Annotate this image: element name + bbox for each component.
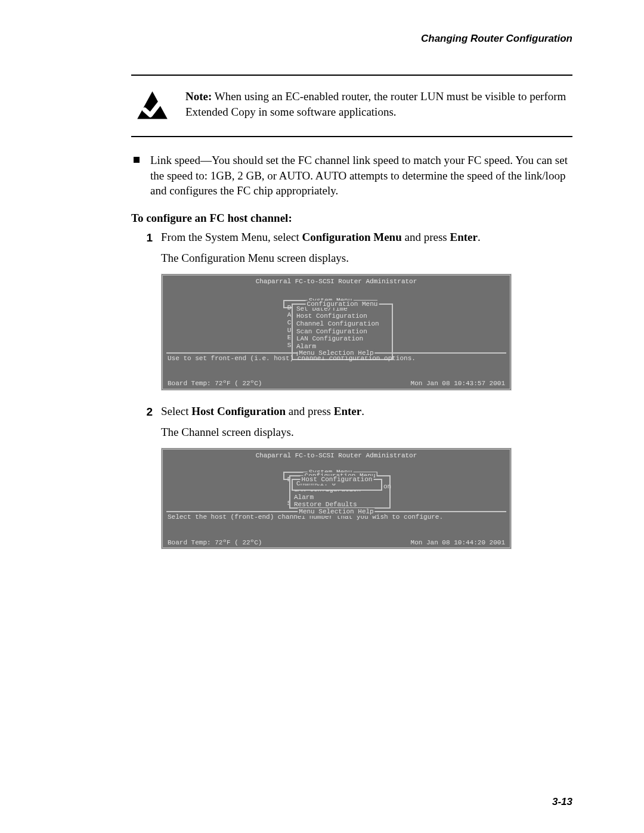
sub-heading: To configure an FC host channel:: [131, 212, 572, 225]
term2-host-config-window: Host Configuration Channel: 0: [292, 479, 382, 491]
term2-stage: System Menu D S Configuration Menu LAN C…: [166, 461, 506, 510]
running-header: Changing Router Configuration: [72, 33, 572, 45]
page-number: 3-13: [552, 796, 572, 808]
term2-help: Menu Selection Help Select the host (fro…: [166, 511, 506, 538]
terminal-screenshot-2: Chaparral FC-to-SCSI Router Administrato…: [161, 448, 512, 549]
note-checkmark-icon: [136, 90, 169, 123]
step-2-lead: Select: [161, 405, 191, 417]
term2-on-fragment: on: [383, 483, 391, 491]
term2-host-config-label: Host Configuration: [301, 476, 374, 484]
note-label: Note:: [185, 90, 212, 103]
step-2-mid: and press: [286, 405, 334, 417]
term1-status-left: Board Temp: 72ºF ( 22ºC): [168, 380, 262, 388]
term1-help-label: Menu Selection Help: [298, 349, 374, 357]
bullet-text: Link speed—You should set the FC channel…: [150, 153, 572, 199]
note-text: Note: When using an EC-enabled router, t…: [185, 89, 572, 119]
term2-status-left: Board Temp: 72ºF ( 22ºC): [168, 539, 262, 547]
body-area: Note: When using an EC-enabled router, t…: [131, 75, 572, 549]
term1-help: Menu Selection Help Use to set front-end…: [166, 352, 506, 379]
page: Changing Router Configuration Note: When…: [0, 0, 644, 833]
term1-config-menu-label: Configuration Menu: [306, 301, 379, 308]
step-2-number: 2: [138, 404, 153, 420]
step-2-bold2: Enter: [334, 405, 361, 417]
term1-title: Chaparral FC-to-SCSI Router Administrato…: [166, 278, 506, 286]
step-2-tail: .: [361, 405, 364, 417]
term1-status-right: Mon Jan 08 10:43:57 2001: [411, 380, 505, 388]
step-1-bold1: Configuration Menu: [302, 231, 401, 243]
term2-title: Chaparral FC-to-SCSI Router Administrato…: [166, 452, 506, 460]
note-block: Note: When using an EC-enabled router, t…: [131, 76, 572, 136]
step-1-bold2: Enter: [450, 231, 477, 243]
bullet-square-icon: [134, 157, 140, 163]
bullet-link-speed: Link speed—You should set the FC channel…: [131, 153, 572, 199]
step-1-lead: From the System Menu, select: [161, 231, 302, 243]
step-1: 1 From the System Menu, select Configura…: [138, 230, 572, 246]
step-1-follow: The Configuration Menu screen displays.: [161, 250, 572, 266]
term2-help-label: Menu Selection Help: [298, 508, 374, 516]
term2-status: Board Temp: 72ºF ( 22ºC) Mon Jan 08 10:4…: [166, 538, 506, 547]
step-2: 2 Select Host Configuration and press En…: [138, 404, 572, 420]
step-1-mid: and press: [402, 231, 450, 243]
step-2-follow: The Channel screen displays.: [161, 425, 572, 440]
term1-status: Board Temp: 72ºF ( 22ºC) Mon Jan 08 10:4…: [166, 379, 506, 388]
step-2-body: Select Host Configuration and press Ente…: [161, 404, 572, 419]
step-1-body: From the System Menu, select Configurati…: [161, 230, 572, 245]
step-1-number: 1: [138, 230, 153, 246]
rule-bottom: [131, 136, 572, 137]
note-body: When using an EC-enabled router, the rou…: [185, 90, 566, 118]
step-1-tail: .: [478, 231, 481, 243]
terminal-screenshot-1: Chaparral FC-to-SCSI Router Administrato…: [161, 274, 512, 391]
term1-stage: System Menu D A C U E S Configuration Me…: [166, 287, 506, 351]
term2-status-right: Mon Jan 08 10:44:20 2001: [411, 539, 505, 547]
step-2-bold1: Host Configuration: [191, 405, 286, 417]
